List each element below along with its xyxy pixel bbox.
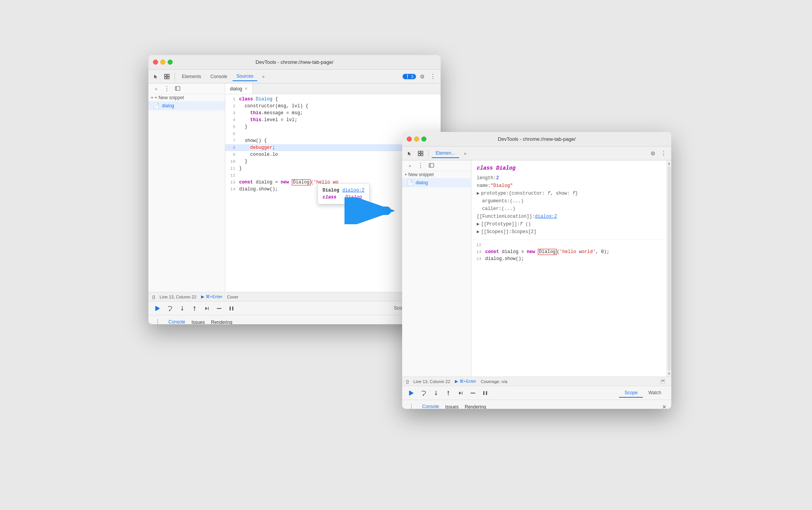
status-bar-2: {} Line 13, Column 22 ▶ ⌘+Enter Coverage… bbox=[402, 377, 671, 386]
maximize-button-1[interactable] bbox=[168, 60, 173, 65]
close-bottom-bar[interactable]: ✕ bbox=[662, 404, 667, 409]
sidebar-item-dialog-2[interactable]: 📄 dialog bbox=[402, 178, 471, 187]
pause-button-2[interactable] bbox=[481, 388, 490, 398]
bottom-more-icon-2[interactable]: ⋮ bbox=[407, 402, 416, 409]
inspect-row-funcloc: [[FunctionLocation]]: dialog:2 bbox=[477, 213, 661, 220]
bottom-tab-console-2[interactable]: Console bbox=[422, 402, 439, 409]
scrollbar-2[interactable]: ▲ ▼ bbox=[667, 160, 671, 377]
resume-button-2[interactable] bbox=[407, 388, 416, 398]
svg-marker-31 bbox=[435, 394, 437, 395]
inspect-row-length: length: 2 bbox=[477, 174, 661, 182]
bottom-tab-issues-2[interactable]: Issues bbox=[445, 403, 459, 409]
resume-button[interactable] bbox=[153, 304, 162, 313]
bottom-tab-issues[interactable]: Issues bbox=[191, 318, 205, 325]
editor-tab-bar-1: dialog ✕ bbox=[225, 83, 441, 94]
step-button-2[interactable] bbox=[456, 388, 465, 398]
notification-badge[interactable]: 3 bbox=[403, 74, 416, 79]
minimize-button-1[interactable] bbox=[160, 60, 165, 65]
sidebar-item-dialog[interactable]: 📄 dialog bbox=[148, 101, 225, 110]
step-over-button[interactable] bbox=[165, 304, 175, 313]
sidebar-more-icon[interactable]: ⋮ bbox=[162, 84, 171, 93]
more-options-icon-2[interactable]: ⋮ bbox=[659, 149, 668, 158]
sidebar-2: » ⋮ + New snippet 📄 dialog bbox=[402, 160, 471, 377]
step-into-button-2[interactable] bbox=[431, 388, 441, 398]
svg-marker-13 bbox=[205, 307, 208, 310]
svg-marker-33 bbox=[447, 391, 449, 392]
svg-rect-21 bbox=[418, 154, 420, 156]
svg-marker-8 bbox=[169, 310, 170, 312]
layers-icon-2[interactable] bbox=[416, 149, 425, 158]
svg-rect-38 bbox=[486, 391, 487, 395]
tab-console[interactable]: Console bbox=[206, 72, 231, 81]
code-line-4: 4 this.level = lvl; bbox=[225, 117, 441, 123]
sidebar-icon2-2[interactable] bbox=[427, 161, 436, 170]
step-out-button-2[interactable] bbox=[444, 388, 453, 398]
curly-braces[interactable]: {} bbox=[152, 295, 155, 299]
sidebar-icon2[interactable] bbox=[173, 84, 182, 93]
pause-button[interactable] bbox=[227, 304, 236, 313]
close-button-2[interactable] bbox=[407, 137, 412, 142]
deactivate-button-2[interactable] bbox=[468, 388, 478, 398]
svg-rect-37 bbox=[483, 391, 484, 395]
deactivate-button[interactable] bbox=[215, 304, 224, 313]
step-into-button[interactable] bbox=[178, 304, 187, 313]
maximize-button-2[interactable] bbox=[421, 137, 426, 142]
svg-rect-26 bbox=[661, 380, 664, 382]
sidebar-toolbar-2: » ⋮ bbox=[402, 160, 471, 171]
bottom-tab-rendering[interactable]: Rendering bbox=[211, 318, 232, 325]
settings-icon[interactable]: ⚙ bbox=[418, 72, 427, 81]
sidebar-expand-icon-2[interactable]: » bbox=[405, 161, 414, 170]
debug-tab-scope-2[interactable]: Scope bbox=[619, 388, 643, 398]
code-area-2[interactable]: 12 13 const dialog = new Dialog('hello w… bbox=[471, 240, 667, 377]
run-button-2[interactable]: ▶ ⌘+Enter bbox=[455, 379, 476, 384]
tab-sources[interactable]: Sources bbox=[233, 72, 257, 81]
code-line-1: 1 class Dialog { bbox=[225, 96, 441, 103]
curly-braces-2[interactable]: {} bbox=[406, 379, 409, 384]
svg-rect-15 bbox=[217, 308, 221, 309]
scroll-up[interactable]: ▲ bbox=[667, 161, 671, 165]
sidebar-more-icon-2[interactable]: ⋮ bbox=[416, 161, 425, 170]
svg-rect-19 bbox=[418, 151, 420, 153]
more-tabs-icon-2[interactable]: » bbox=[461, 149, 470, 158]
close-button-1[interactable] bbox=[153, 60, 158, 65]
sidebar-expand-icon[interactable]: » bbox=[151, 84, 161, 93]
popup-item-dialog[interactable]: Dialog dialog:2 bbox=[323, 187, 364, 194]
main-area-2: » ⋮ + New snippet 📄 dialog bbox=[402, 160, 671, 377]
new-snippet-button-2[interactable]: + New snippet bbox=[402, 171, 471, 178]
tab-elements[interactable]: Elements bbox=[178, 72, 205, 81]
toolbar-divider-1 bbox=[175, 73, 175, 80]
layers-icon[interactable] bbox=[162, 72, 171, 81]
bottom-tab-rendering-2[interactable]: Rendering bbox=[465, 403, 486, 409]
scroll-track[interactable] bbox=[668, 166, 671, 371]
editor-tab-dialog[interactable]: dialog ✕ bbox=[225, 83, 253, 94]
titlebar-1: DevTools - chrome://new-tab-page/ bbox=[148, 55, 441, 70]
editor-tab-close[interactable]: ✕ bbox=[245, 87, 248, 91]
scroll-indicator[interactable] bbox=[658, 377, 667, 386]
settings-icon-2[interactable]: ⚙ bbox=[648, 149, 657, 158]
more-tabs-icon[interactable]: » bbox=[259, 72, 268, 81]
code-line-w2-14: 14 dialog.show(); bbox=[471, 255, 667, 262]
inspect-row-scopes: ▶ [[Scopes]]: Scopes[2] bbox=[477, 228, 661, 236]
cursor-icon[interactable] bbox=[151, 72, 161, 81]
debug-tab-watch-2[interactable]: Watch bbox=[643, 388, 667, 398]
svg-rect-16 bbox=[230, 307, 231, 310]
step-out-button[interactable] bbox=[190, 304, 199, 313]
bottom-more-icon[interactable]: ⋮ bbox=[153, 318, 162, 325]
scene: DevTools - chrome://new-tab-page/ Elemen… bbox=[141, 32, 671, 478]
sidebar-1: » ⋮ + + New snippet 📄 dialog bbox=[148, 83, 225, 292]
svg-rect-7 bbox=[155, 306, 156, 311]
titlebar-2: DevTools - chrome://new-tab-page/ bbox=[402, 132, 671, 147]
step-button[interactable] bbox=[202, 304, 211, 313]
step-over-button-2[interactable] bbox=[419, 388, 428, 398]
scroll-down[interactable]: ▼ bbox=[667, 372, 671, 376]
new-snippet-button[interactable]: + + New snippet bbox=[148, 94, 225, 101]
minimize-button-2[interactable] bbox=[414, 137, 419, 142]
svg-rect-28 bbox=[409, 391, 410, 395]
cursor-icon-2[interactable] bbox=[405, 149, 414, 158]
more-options-icon[interactable]: ⋮ bbox=[428, 72, 438, 81]
code-line-w2-12: 12 bbox=[471, 242, 667, 248]
run-button[interactable]: ▶ ⌘+Enter bbox=[201, 294, 223, 299]
tab-elements-2[interactable]: Elemen... bbox=[432, 149, 459, 158]
bottom-tab-console[interactable]: Console bbox=[168, 318, 185, 325]
devtools-toolbar-2: Elemen... » ⚙ ⋮ bbox=[402, 147, 671, 160]
